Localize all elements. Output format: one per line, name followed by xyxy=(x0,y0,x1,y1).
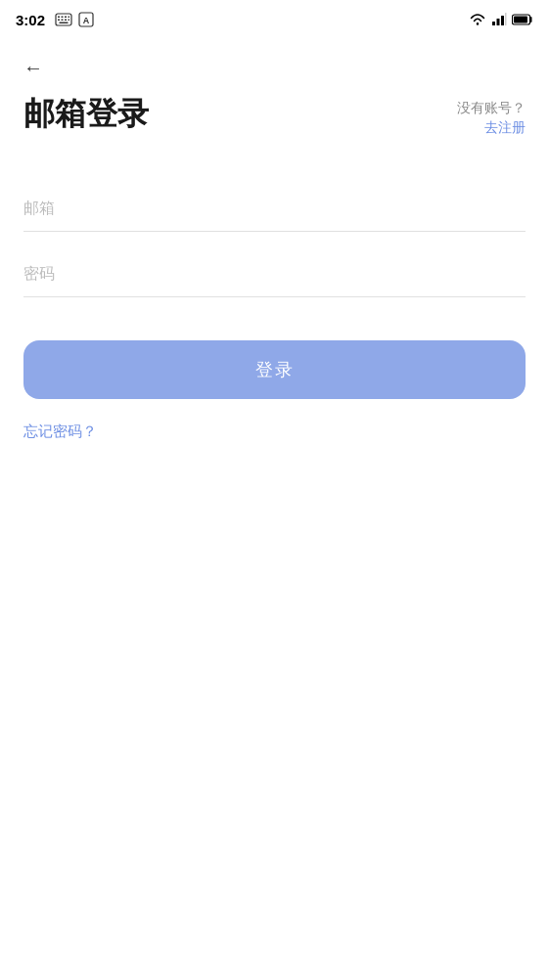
back-arrow-icon: ← xyxy=(23,57,43,79)
svg-rect-2 xyxy=(62,17,64,19)
svg-rect-1 xyxy=(58,17,60,19)
login-button[interactable]: 登录 xyxy=(23,340,526,399)
svg-rect-16 xyxy=(505,13,507,25)
no-account-text: 没有账号？ xyxy=(457,99,526,118)
svg-text:A: A xyxy=(83,16,90,25)
status-bar: 3:02 A xyxy=(0,0,549,39)
svg-rect-18 xyxy=(514,17,527,23)
status-left: 3:02 A xyxy=(16,12,94,28)
svg-rect-13 xyxy=(492,22,495,25)
battery-icon xyxy=(512,14,533,25)
register-link[interactable]: 去注册 xyxy=(484,118,526,138)
login-form: 登录 xyxy=(23,186,526,419)
svg-rect-3 xyxy=(65,17,67,19)
email-input[interactable] xyxy=(23,186,526,232)
signal-icon xyxy=(491,13,507,26)
svg-point-12 xyxy=(477,22,479,24)
svg-rect-6 xyxy=(62,20,64,22)
page-content: ← 邮箱登录 没有账号？ 去注册 登录 忘记密码？ xyxy=(0,39,549,441)
back-button[interactable]: ← xyxy=(23,49,43,87)
status-time: 3:02 xyxy=(16,12,45,28)
svg-rect-8 xyxy=(69,20,70,22)
keyboard-icon xyxy=(55,13,72,26)
a-icon: A xyxy=(78,12,94,27)
register-hint: 没有账号？ 去注册 xyxy=(457,95,526,137)
svg-rect-15 xyxy=(501,16,504,25)
svg-rect-7 xyxy=(65,20,67,22)
page-title: 邮箱登录 xyxy=(23,95,149,132)
wifi-icon xyxy=(469,13,486,26)
svg-rect-5 xyxy=(58,20,60,22)
header-row: 邮箱登录 没有账号？ 去注册 xyxy=(23,95,526,137)
forgot-password-link[interactable]: 忘记密码？ xyxy=(23,423,97,441)
password-input[interactable] xyxy=(23,251,526,297)
status-right xyxy=(469,13,533,26)
svg-rect-9 xyxy=(60,22,69,24)
svg-rect-4 xyxy=(69,17,70,19)
svg-rect-14 xyxy=(497,19,500,25)
